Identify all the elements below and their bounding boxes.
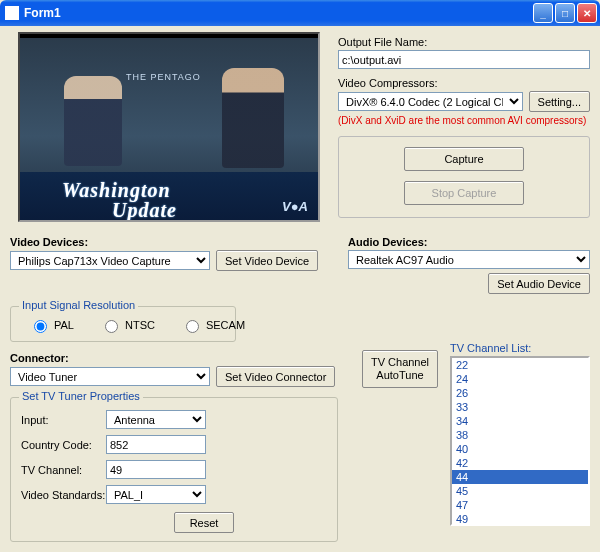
capture-group: Capture Stop Capture (338, 136, 590, 218)
video-devices-label: Video Devices: (10, 236, 334, 248)
video-text-pentagon: THE PENTAGO (126, 72, 201, 83)
signal-group: Input Signal Resolution PALNTSCSECAM (10, 306, 236, 342)
channel-item[interactable]: 34 (452, 414, 588, 428)
set-video-device-button[interactable]: Set Video Device (216, 250, 318, 271)
channel-item[interactable]: 44 (452, 470, 588, 484)
output-file-label: Output File Name: (338, 36, 590, 48)
tuner-country-input[interactable] (106, 435, 206, 454)
maximize-button[interactable]: □ (555, 3, 575, 23)
set-video-connector-button[interactable]: Set Video Connector (216, 366, 335, 387)
video-devices-select[interactable]: Philips Cap713x Video Capture (10, 251, 210, 270)
channel-item[interactable]: 24 (452, 372, 588, 386)
channel-item[interactable]: 47 (452, 498, 588, 512)
compressor-note: (DivX and XviD are the most common AVI c… (338, 115, 590, 126)
audio-devices-label: Audio Devices: (348, 236, 590, 248)
tuner-input-label: Input: (21, 414, 106, 426)
channel-item[interactable]: 49 (452, 512, 588, 526)
channel-list-label: TV Channel List: (450, 342, 590, 354)
connector-select[interactable]: Video Tuner (10, 367, 210, 386)
signal-radio-secam[interactable]: SECAM (181, 317, 245, 333)
channel-listbox[interactable]: 22242633343840424445474951 (450, 356, 590, 526)
reset-button[interactable]: Reset (174, 512, 234, 533)
tuner-input-select[interactable]: Antenna (106, 410, 206, 429)
connector-label: Connector: (10, 352, 350, 364)
tuner-group: Set TV Tuner Properties Input: Antenna C… (10, 397, 338, 542)
signal-radio-label: NTSC (125, 319, 155, 331)
signal-radio-ntsc[interactable]: NTSC (100, 317, 155, 333)
video-text-line2: Update (112, 199, 177, 222)
channel-item[interactable]: 45 (452, 484, 588, 498)
close-button[interactable]: ✕ (577, 3, 597, 23)
channel-item[interactable]: 40 (452, 442, 588, 456)
channel-item[interactable]: 38 (452, 428, 588, 442)
output-file-input[interactable] (338, 50, 590, 69)
window-title: Form1 (24, 6, 531, 20)
signal-radio-pal[interactable]: PAL (29, 317, 74, 333)
compressors-select[interactable]: DivX® 6.4.0 Codec (2 Logical CPUs) (338, 92, 523, 111)
video-figure-right (222, 68, 284, 168)
compressor-setting-button[interactable]: Setting... (529, 91, 590, 112)
autotune-button[interactable]: TV Channel AutoTune (362, 350, 438, 388)
signal-radio-label: PAL (54, 319, 74, 331)
tuner-country-label: Country Code: (21, 439, 106, 451)
compressors-label: Video Compressors: (338, 77, 590, 89)
video-figure-left (64, 76, 122, 166)
titlebar: Form1 _ □ ✕ (0, 0, 600, 26)
stop-capture-button[interactable]: Stop Capture (404, 181, 524, 205)
tuner-title: Set TV Tuner Properties (19, 390, 143, 402)
channel-item[interactable]: 26 (452, 386, 588, 400)
video-preview: THE PENTAGO Washington Update V●A (18, 32, 320, 222)
signal-title: Input Signal Resolution (19, 299, 138, 311)
channel-item[interactable]: 22 (452, 358, 588, 372)
tuner-std-select[interactable]: PAL_I (106, 485, 206, 504)
tuner-channel-input[interactable] (106, 460, 206, 479)
tuner-channel-label: TV Channel: (21, 464, 106, 476)
channel-item[interactable]: 42 (452, 456, 588, 470)
capture-button[interactable]: Capture (404, 147, 524, 171)
tuner-std-label: Video Standards: (21, 489, 106, 501)
minimize-button[interactable]: _ (533, 3, 553, 23)
signal-radio-label: SECAM (206, 319, 245, 331)
app-icon (5, 6, 19, 20)
video-logo: V●A (282, 199, 308, 214)
channel-item[interactable]: 33 (452, 400, 588, 414)
set-audio-device-button[interactable]: Set Audio Device (488, 273, 590, 294)
audio-devices-select[interactable]: Realtek AC97 Audio (348, 250, 590, 269)
